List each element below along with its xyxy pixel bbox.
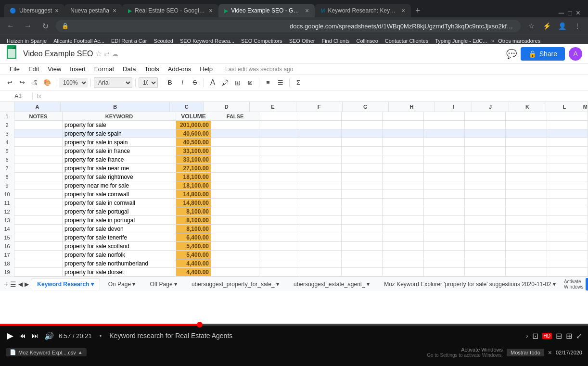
font-selector[interactable]: Arial bbox=[94, 77, 132, 88]
cell-extra[interactable] bbox=[506, 173, 547, 181]
maximize-btn[interactable]: □ bbox=[568, 9, 572, 17]
table-row[interactable]: 2property for sale201,000.00 bbox=[0, 121, 588, 129]
cell-extra[interactable] bbox=[506, 225, 547, 233]
cell-notes[interactable] bbox=[14, 268, 63, 276]
cell-extra[interactable] bbox=[424, 164, 465, 172]
menu-view[interactable]: View bbox=[44, 64, 65, 74]
cell-extra[interactable] bbox=[465, 147, 506, 155]
table-row[interactable]: 1NOTESKEYWORDVOLUMEFALSE bbox=[0, 112, 588, 121]
sheet-tab-ubersuggest-estate[interactable]: ubersuggest_estate_agent_ ▾ bbox=[287, 278, 376, 290]
cell-extra[interactable] bbox=[506, 190, 547, 198]
cell-extra[interactable] bbox=[383, 121, 423, 129]
cell-false[interactable] bbox=[211, 147, 259, 155]
subtitles-icon[interactable]: ⊡ bbox=[532, 331, 538, 341]
toolbar-print[interactable]: 🖨 bbox=[29, 77, 40, 88]
cell-keyword[interactable]: property for sale in portugal bbox=[63, 216, 176, 224]
col-header-e[interactable]: E bbox=[250, 102, 296, 112]
cell-notes[interactable] bbox=[14, 181, 63, 189]
cell-notes[interactable] bbox=[14, 225, 63, 233]
explore-btn[interactable]: * Explore bbox=[586, 278, 588, 290]
theater-icon[interactable]: ⊞ bbox=[566, 331, 572, 341]
cell-extra[interactable] bbox=[300, 164, 341, 172]
cell-extra[interactable] bbox=[547, 190, 588, 198]
cell-volume[interactable]: 18,100.00 bbox=[176, 181, 211, 189]
cell-extra[interactable] bbox=[342, 259, 383, 267]
cell-extra[interactable] bbox=[300, 138, 341, 146]
cell-false[interactable] bbox=[211, 225, 259, 233]
cell-extra[interactable] bbox=[300, 112, 341, 120]
cell-extra[interactable] bbox=[383, 233, 423, 241]
cell-extra[interactable] bbox=[383, 181, 423, 189]
cell-keyword[interactable]: property for sale near me bbox=[63, 164, 176, 172]
toolbar-redo[interactable]: ↪ bbox=[16, 77, 28, 88]
cell-keyword[interactable]: property for sale norfolk bbox=[63, 251, 176, 259]
cell-extra[interactable] bbox=[424, 199, 465, 207]
table-row[interactable]: 12property for sale portugal8,100.00 bbox=[0, 207, 588, 216]
cell-extra[interactable] bbox=[342, 121, 383, 129]
cell-volume[interactable]: 14,800.00 bbox=[176, 199, 211, 207]
cell-extra[interactable] bbox=[547, 207, 588, 215]
cell-extra[interactable] bbox=[259, 138, 300, 146]
cell-extra[interactable] bbox=[506, 251, 547, 259]
tab-real-estate-drive[interactable]: ▶ Real Estate SEO - Google Drive × bbox=[122, 4, 218, 17]
cell-extra[interactable] bbox=[547, 173, 588, 181]
cell-extra[interactable] bbox=[424, 112, 465, 120]
col-header-c[interactable]: C bbox=[170, 102, 204, 112]
cell-extra[interactable] bbox=[300, 259, 341, 267]
cell-keyword[interactable]: property for sale northumberland bbox=[63, 259, 176, 267]
cell-notes[interactable] bbox=[14, 173, 63, 181]
cell-keyword[interactable]: property for sale portugal bbox=[63, 207, 176, 215]
bookmark-collinseo[interactable]: Collinseo bbox=[354, 38, 381, 44]
cell-extra[interactable] bbox=[342, 112, 383, 120]
cell-extra[interactable] bbox=[465, 251, 506, 259]
cell-extra[interactable] bbox=[547, 129, 588, 138]
col-header-m[interactable]: M bbox=[583, 102, 588, 112]
cell-extra[interactable] bbox=[383, 164, 423, 172]
bookmark-edi[interactable]: EDI Rent a Car bbox=[108, 38, 150, 44]
menu-edit[interactable]: Edit bbox=[25, 64, 43, 74]
sheet-next-arrow[interactable]: ▶ bbox=[25, 279, 29, 289]
cell-extra[interactable] bbox=[342, 268, 383, 276]
cell-extra[interactable] bbox=[300, 225, 341, 233]
bookmark-find-clients[interactable]: Find Clients bbox=[319, 38, 352, 44]
cell-false[interactable] bbox=[211, 181, 259, 189]
user-avatar[interactable]: A bbox=[569, 47, 582, 61]
cell-volume[interactable]: 14,800.00 bbox=[176, 190, 211, 198]
cell-extra[interactable] bbox=[342, 181, 383, 189]
cell-extra[interactable] bbox=[506, 268, 547, 276]
cell-volume[interactable]: 8,100.00 bbox=[176, 216, 211, 224]
col-header-k[interactable]: K bbox=[509, 102, 546, 112]
cell-extra[interactable] bbox=[424, 181, 465, 189]
table-row[interactable]: 18property for sale northumberland4,400.… bbox=[0, 259, 588, 268]
cell-extra[interactable] bbox=[300, 181, 341, 189]
col-header-a[interactable]: A bbox=[14, 102, 61, 112]
sheet-tab-keyword-research[interactable]: Keyword Research ▾ bbox=[31, 278, 100, 290]
tab-close-video[interactable]: × bbox=[305, 7, 309, 14]
cell-extra[interactable] bbox=[506, 129, 547, 138]
cell-false[interactable] bbox=[211, 268, 259, 276]
cell-extra[interactable] bbox=[342, 233, 383, 241]
cell-extra[interactable] bbox=[506, 233, 547, 241]
cell-extra[interactable] bbox=[342, 138, 383, 146]
cell-extra[interactable] bbox=[383, 129, 423, 138]
cell-extra[interactable] bbox=[259, 121, 300, 129]
table-row[interactable]: 14property for sale devon8,100.00 bbox=[0, 225, 588, 233]
cell-notes[interactable] bbox=[14, 216, 63, 224]
cell-extra[interactable] bbox=[342, 190, 383, 198]
bookmark-huizen[interactable]: Huizen in Spanje bbox=[4, 38, 50, 44]
cell-extra[interactable] bbox=[259, 259, 300, 267]
cell-notes[interactable] bbox=[14, 242, 63, 250]
cell-extra[interactable] bbox=[259, 155, 300, 164]
cell-notes[interactable] bbox=[14, 129, 63, 138]
zoom-selector[interactable]: 100% 75% 125% bbox=[59, 78, 88, 88]
cell-extra[interactable] bbox=[342, 164, 383, 172]
mostrar-todo-button[interactable]: Mostrar todo bbox=[507, 349, 544, 356]
cell-keyword[interactable]: property for sale devon bbox=[63, 225, 176, 233]
col-header-d[interactable]: D bbox=[204, 102, 250, 112]
menu-addons[interactable]: Add-ons bbox=[164, 64, 195, 74]
cell-extra[interactable] bbox=[465, 233, 506, 241]
col-header-f[interactable]: F bbox=[296, 102, 343, 112]
cell-extra[interactable] bbox=[547, 181, 588, 189]
cell-extra[interactable] bbox=[383, 155, 423, 164]
cell-extra[interactable] bbox=[506, 216, 547, 224]
